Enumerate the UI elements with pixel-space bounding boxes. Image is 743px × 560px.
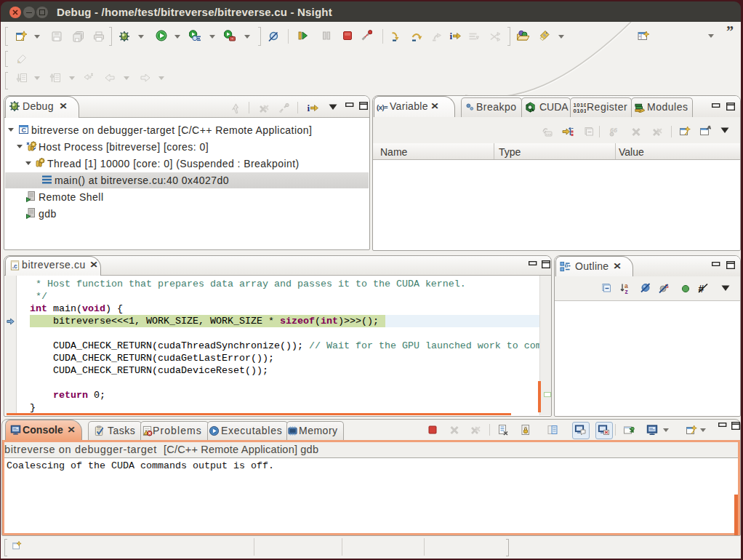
svg-text:C: C (22, 127, 27, 134)
svg-text:i: i (450, 31, 453, 41)
svg-text:i: i (308, 103, 310, 113)
svg-text:.c: .c (12, 263, 17, 270)
svg-text:0101: 0101 (574, 108, 587, 113)
svg-text:z: z (625, 288, 628, 295)
